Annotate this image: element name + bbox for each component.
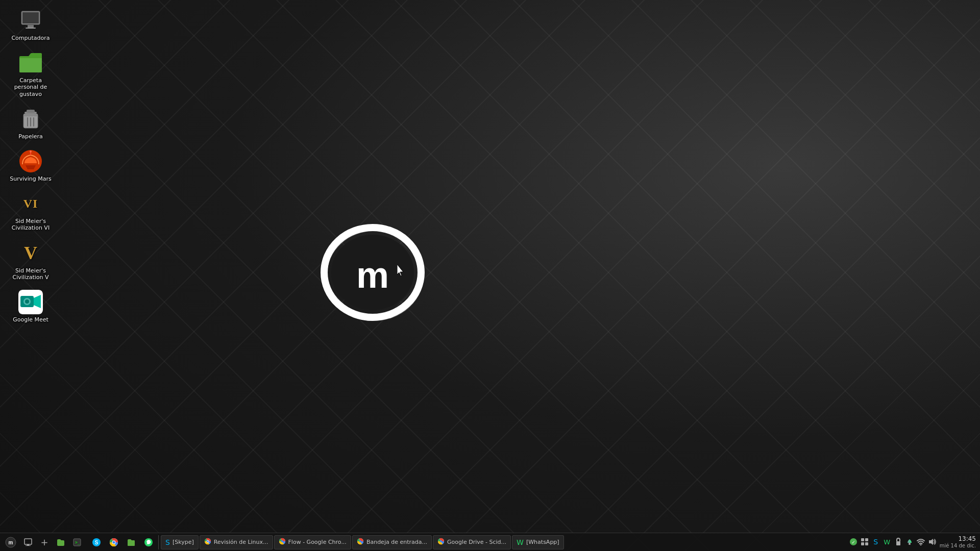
svg-rect-7 xyxy=(26,28,36,29)
taskbar: m + >_ xyxy=(0,533,980,551)
svg-text:m: m xyxy=(356,255,389,295)
folder-icon xyxy=(18,51,43,75)
svg-point-44 xyxy=(440,540,442,542)
desktop-icon-papelera[interactable]: Papelera xyxy=(8,104,54,143)
papelera-label: Papelera xyxy=(10,133,52,140)
flow-chrome-app[interactable]: Flow - Google Chro... xyxy=(274,535,351,549)
svg-marker-54 xyxy=(929,539,933,545)
google-drive-app[interactable]: Google Drive - Scid... xyxy=(433,535,511,549)
desktop xyxy=(0,0,980,551)
svg-point-52 xyxy=(909,543,911,545)
desktop-icon-civ5[interactable]: V Sid Meier's Civilization V xyxy=(8,238,54,284)
civ5-label: Sid Meier's Civilization V xyxy=(10,267,52,281)
network-icon[interactable] xyxy=(905,537,914,546)
skype-app-icon: S xyxy=(165,538,170,546)
desktop-icon-computadora[interactable]: Computadora xyxy=(8,5,54,44)
clock-date: mié 14 de dic. xyxy=(940,543,976,549)
menu-button[interactable]: m xyxy=(2,535,19,549)
svg-rect-11 xyxy=(23,114,38,116)
lock-icon[interactable] xyxy=(894,537,903,546)
svg-rect-6 xyxy=(28,25,34,28)
civ6-label: Sid Meier's Civilization VI xyxy=(10,218,52,231)
svg-rect-27 xyxy=(26,545,31,546)
bandeja-icon xyxy=(357,538,364,546)
clock-time: 13:45 xyxy=(958,535,976,542)
svg-text:S: S xyxy=(95,540,99,545)
svg-text:>_: >_ xyxy=(75,540,80,545)
svg-point-34 xyxy=(113,541,115,543)
files-launcher-icon[interactable] xyxy=(124,535,139,549)
revision-linux-app[interactable]: Revisión de Linux... xyxy=(200,535,273,549)
desktop-icon-civ6[interactable]: VI Sid Meier's Civilization VI xyxy=(8,188,54,234)
civ5-icon: V xyxy=(18,241,43,265)
surviving-mars-icon xyxy=(18,149,43,173)
wifi-icon[interactable] xyxy=(916,537,925,546)
whatsapp-tray-icon[interactable]: W xyxy=(883,537,892,546)
google-drive-icon xyxy=(437,538,445,546)
svg-point-42 xyxy=(359,540,361,542)
bandeja-app[interactable]: Bandeja de entrada... xyxy=(352,535,432,549)
svg-rect-51 xyxy=(896,541,900,545)
revision-linux-icon xyxy=(204,538,211,546)
svg-rect-49 xyxy=(861,542,864,545)
svg-rect-9 xyxy=(27,110,35,113)
svg-text:✓: ✓ xyxy=(851,540,855,545)
civ6-icon: VI xyxy=(18,191,43,216)
whatsapp-app[interactable]: W [WhatsApp] xyxy=(512,535,564,549)
svg-rect-47 xyxy=(861,538,864,541)
google-drive-label: Google Drive - Scid... xyxy=(447,539,506,545)
system-tray: ✓ S W xyxy=(849,537,937,546)
svg-rect-5 xyxy=(22,12,39,23)
desktop-icon-google-meet[interactable]: Google Meet xyxy=(8,287,54,326)
skype-app-label: [Skype] xyxy=(173,539,194,545)
taskbar-right: ✓ S W xyxy=(845,535,980,548)
skype-tray-icon[interactable]: S xyxy=(871,537,880,546)
svg-text:m: m xyxy=(9,540,13,545)
svg-rect-25 xyxy=(24,539,32,544)
flow-chrome-label: Flow - Google Chro... xyxy=(288,539,347,545)
desktop-icons: Computadora Carpeta personal de gustavo … xyxy=(8,5,54,326)
carpeta-label: Carpeta personal de gustavo xyxy=(10,77,52,97)
skype-launcher-icon[interactable]: S xyxy=(89,535,104,549)
svg-point-17 xyxy=(30,151,32,153)
surviving-mars-label: Surviving Mars xyxy=(10,176,52,182)
svg-rect-48 xyxy=(865,538,868,541)
svg-point-38 xyxy=(207,540,209,542)
revision-linux-label: Revisión de Linux... xyxy=(214,539,268,545)
google-meet-icon xyxy=(18,290,43,314)
whatsapp-app-label: [WhatsApp] xyxy=(526,539,559,545)
system-clock[interactable]: 13:45 mié 14 de dic. xyxy=(940,535,976,548)
svg-rect-26 xyxy=(27,544,29,545)
layout-icon[interactable] xyxy=(860,537,869,546)
mint-update-icon[interactable]: ✓ xyxy=(849,537,858,546)
svg-point-40 xyxy=(281,540,283,542)
desktop-icon-surviving-mars[interactable]: Surviving Mars xyxy=(8,146,54,185)
show-desktop-button[interactable] xyxy=(20,535,36,549)
mint-logo: m xyxy=(316,214,429,326)
terminal-button[interactable]: >_ xyxy=(69,535,85,549)
open-apps: S [Skype] Revisión de Linux... xyxy=(159,535,845,549)
svg-point-21 xyxy=(25,299,29,304)
flow-chrome-icon xyxy=(279,538,286,546)
whatsapp-app-icon: W xyxy=(517,538,524,546)
svg-point-53 xyxy=(920,544,921,546)
whatsapp-launcher-icon[interactable] xyxy=(141,535,156,549)
volume-icon[interactable] xyxy=(927,537,937,546)
svg-rect-50 xyxy=(865,542,868,545)
google-meet-label: Google Meet xyxy=(10,316,52,323)
chrome-launcher-icon[interactable] xyxy=(106,535,121,549)
computer-icon xyxy=(18,8,43,33)
app-finder-button[interactable]: + xyxy=(37,535,52,549)
taskbar-left: m + >_ xyxy=(0,535,87,549)
bandeja-label: Bandeja de entrada... xyxy=(366,539,427,545)
computadora-label: Computadora xyxy=(10,35,52,41)
files-button[interactable] xyxy=(53,535,68,549)
desktop-icon-carpeta[interactable]: Carpeta personal de gustavo xyxy=(8,47,54,101)
skype-taskbar-app[interactable]: S [Skype] xyxy=(161,535,199,549)
trash-icon xyxy=(18,107,43,131)
